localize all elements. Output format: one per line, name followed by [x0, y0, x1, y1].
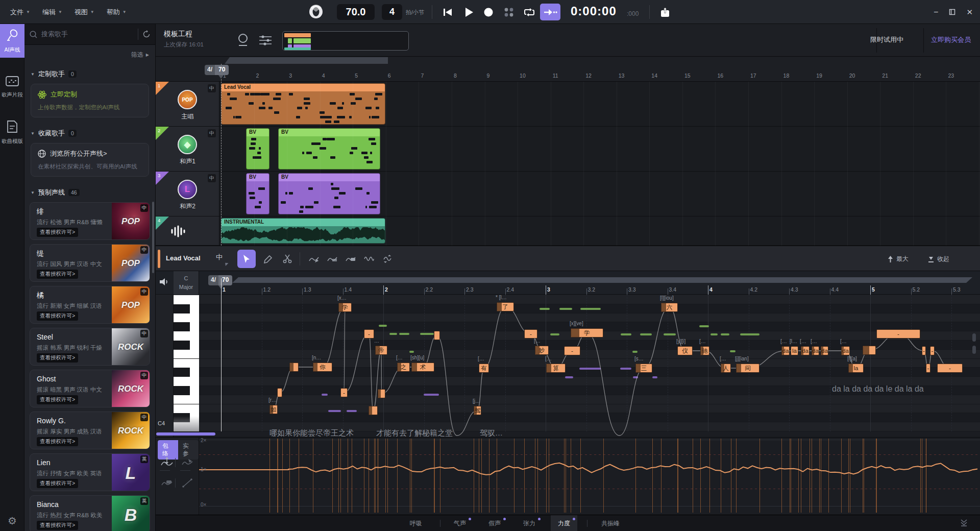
refresh-icon[interactable]	[142, 30, 151, 38]
note-da[interactable]: da	[821, 346, 828, 355]
curve-pencil-tool[interactable]	[323, 250, 341, 268]
section-custom-singers[interactable]: ▼ 定制歌手 0	[31, 69, 149, 79]
search-bar[interactable]: 搜索歌手	[24, 24, 156, 45]
param-line-tool[interactable]	[179, 475, 196, 491]
minimize-button[interactable]: −	[934, 8, 938, 17]
note-la[interactable]: la	[791, 346, 798, 355]
settings-gear-icon[interactable]: ⚙	[0, 515, 24, 527]
note--[interactable]: -	[930, 346, 935, 355]
pitch-transition-tool[interactable]	[378, 250, 397, 268]
sidebar-scrollbar[interactable]	[152, 202, 154, 273]
follow-playhead-button[interactable]	[540, 4, 560, 20]
track-avatar[interactable]: POP	[178, 90, 197, 109]
note--[interactable]: -	[340, 388, 348, 397]
singer-card-Steel[interactable]: Steel摇滚 韩系 男声 锐利 干燥查看授权许可>ROCK中	[30, 328, 150, 366]
rail-tab-2[interactable]: 歌声片段	[0, 71, 24, 103]
note[interactable]	[378, 389, 385, 398]
rail-tab-3[interactable]: 歌曲模版	[0, 115, 24, 149]
note[interactable]	[369, 406, 378, 415]
master-record-icon[interactable]	[237, 33, 249, 49]
license-link[interactable]: 查看授权许可>	[37, 479, 78, 488]
scissors-tool[interactable]	[278, 250, 297, 268]
note-学[interactable]: 学	[571, 328, 603, 337]
license-link[interactable]: 查看授权许可>	[37, 395, 78, 404]
clip-bv[interactable]: BV	[246, 173, 270, 214]
maximize-button[interactable]	[949, 8, 955, 16]
note-la[interactable]: la	[848, 364, 864, 373]
beats-per-bar-display[interactable]: 4	[382, 4, 402, 20]
maximize-editor-button[interactable]: 最大	[888, 255, 909, 263]
note-帝[interactable]: 帝	[375, 346, 387, 355]
track-avatar[interactable]: ◆	[178, 135, 197, 154]
note--[interactable]: -	[922, 346, 926, 355]
loop-icon[interactable]	[521, 4, 538, 20]
project-overview-minimap[interactable]	[282, 31, 409, 51]
clip-bv[interactable]: BV	[278, 173, 380, 214]
grid-mode-icon[interactable]	[500, 4, 518, 20]
param-tab-共振峰[interactable]: 共振峰	[594, 515, 627, 531]
rewind-button[interactable]	[439, 4, 456, 20]
pointer-tool[interactable]	[237, 250, 256, 268]
menu-1[interactable]: 文件▼	[10, 8, 30, 17]
custom-singer-card[interactable]: 立即定制 上传歌声数据，定制您的AI声线	[31, 84, 149, 117]
note-之[interactable]: 之	[397, 363, 410, 372]
param-eraser-tool[interactable]	[158, 475, 176, 491]
note[interactable]	[277, 388, 282, 397]
filter-button[interactable]: 筛选▶	[131, 51, 149, 59]
note-da[interactable]: da	[781, 346, 790, 355]
export-icon[interactable]	[656, 4, 674, 20]
track-header-3[interactable]: 3中L和声2	[156, 172, 219, 216]
param-tab-张力[interactable]: 张力	[516, 515, 543, 531]
note--[interactable]: -	[364, 329, 374, 339]
note[interactable]	[289, 363, 299, 372]
license-link[interactable]: 查看授权许可>	[37, 270, 78, 279]
track-header-2[interactable]: 2中◆和声1	[156, 127, 219, 171]
section-preset-voices[interactable]: ▼ 预制声线 46	[31, 188, 149, 197]
clip-instrumental[interactable]: INSTRUMENTAL	[221, 218, 385, 244]
singer-card-Lien[interactable]: Lien流行 抒情 女声 欧美 英语查看授权许可>L英	[30, 453, 150, 491]
editor-time-signature-badge[interactable]: 4/70	[208, 275, 232, 285]
param-tab-气声[interactable]: 气声	[447, 515, 473, 531]
license-link[interactable]: 查看授权许可>	[37, 437, 78, 446]
note-六[interactable]: 六	[661, 303, 678, 312]
collapse-editor-button[interactable]: 收起	[928, 255, 949, 263]
note-你[interactable]: 你	[313, 363, 332, 372]
note-算[interactable]: 算	[546, 364, 566, 373]
menu-4[interactable]: 帮助▼	[107, 8, 127, 17]
close-button[interactable]: ✕	[966, 8, 973, 17]
license-link[interactable]: 查看授权许可>	[37, 228, 78, 237]
note-如[interactable]: 如	[270, 405, 278, 414]
note-有[interactable]: 有	[479, 364, 489, 373]
note-术[interactable]: 术	[411, 363, 434, 372]
note[interactable]	[434, 331, 440, 340]
singer-card-Bianca[interactable]: Bianca流行 热烈 女声 R&B 欧美查看授权许可>B英	[30, 495, 150, 531]
note-驰[interactable]: 驰	[700, 346, 709, 355]
collapse-panel-icon[interactable]	[960, 519, 968, 528]
menu-3[interactable]: 视图▼	[75, 8, 94, 17]
note-妙[interactable]: 妙	[535, 346, 549, 355]
singer-card-Rowly G.[interactable]: Rowly G.摇滚 厚实 男声 成熟 汉语查看授权许可>ROCK中	[30, 412, 150, 449]
note-仪[interactable]: 仪	[677, 346, 693, 355]
time-signature-badge[interactable]: 4/70	[205, 65, 229, 75]
track-header-1[interactable]: 1中POP主唱	[156, 82, 219, 126]
note[interactable]	[863, 346, 876, 355]
note-间[interactable]: 间	[736, 364, 760, 373]
param-pencil-tool[interactable]	[179, 455, 196, 470]
parameter-graph[interactable]: 2× 1× 0×	[199, 438, 980, 514]
clip-bv[interactable]: BV	[246, 128, 270, 170]
record-button[interactable]	[480, 4, 497, 20]
rail-tab-1[interactable]: AI声线	[0, 24, 24, 58]
note--[interactable]: -	[564, 346, 580, 355]
curve-eraser-tool[interactable]	[341, 250, 360, 268]
search-input[interactable]: 搜索歌手	[41, 30, 134, 39]
singer-card-Ghost[interactable]: Ghost摇滚 暗黑 男声 汉语 中文查看授权许可>ROCK中	[30, 370, 150, 407]
editor-playhead[interactable]	[221, 278, 222, 431]
note-da[interactable]: da	[812, 346, 819, 355]
curve-transform-tool[interactable]	[158, 455, 176, 470]
clip-bv[interactable]: BV	[278, 128, 380, 170]
singer-card-绯[interactable]: 绯流行 松弛 男声 R&B 慵懒查看授权许可>POP中	[30, 202, 150, 240]
note--[interactable]: -	[524, 329, 537, 339]
play-button[interactable]	[460, 4, 478, 20]
param-tab-假声[interactable]: 假声	[481, 515, 508, 531]
note-三[interactable]: 三	[635, 364, 652, 373]
